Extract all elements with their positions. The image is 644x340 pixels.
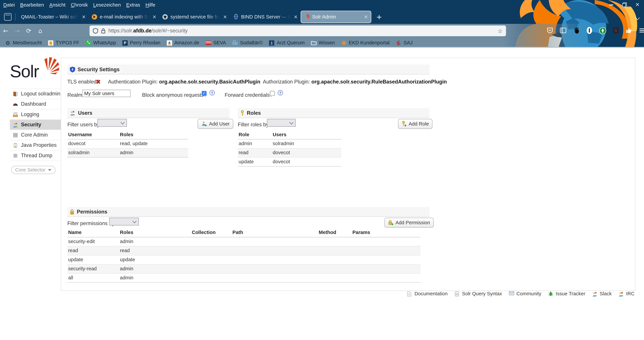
back-button[interactable]: ← xyxy=(0,27,12,35)
forward-credentials-checkbox[interactable] xyxy=(270,91,275,96)
tracking-shield-icon[interactable] xyxy=(93,28,98,34)
add-user-button[interactable]: Add User xyxy=(198,119,233,129)
tab-qmail-toaster[interactable]: QMAIL-Toaster – Wiki schlic × xyxy=(18,10,89,24)
svg-text:SB: SB xyxy=(232,41,238,46)
footer-link-documentation[interactable]: Documentation xyxy=(407,291,448,296)
h-extension-icon[interactable]: h xyxy=(612,27,619,34)
users-table-header: Username Roles xyxy=(68,131,188,139)
datadog-agent-icon[interactable] xyxy=(586,27,593,34)
new-tab-button[interactable]: + xyxy=(376,13,382,21)
bookmark-seva[interactable]: SEVA xyxy=(206,40,226,46)
restore-icon[interactable] xyxy=(622,2,627,7)
minimize-icon[interactable] xyxy=(608,2,614,7)
tab-close-icon[interactable]: × xyxy=(364,14,368,20)
close-window-icon[interactable]: × xyxy=(635,2,640,7)
url-text[interactable]: https://solr.afdb.de/solr/#/~security xyxy=(108,28,188,34)
bookmark-label: SAJ xyxy=(404,40,412,46)
bookmark-typo3[interactable]: TYPO3 FF xyxy=(48,40,79,46)
table-row[interactable]: adminsolradmin xyxy=(238,139,341,148)
tab-close-icon[interactable]: × xyxy=(82,14,86,20)
firefox-view-icon[interactable] xyxy=(4,13,12,20)
footer-link-label: Solr Query Syntax xyxy=(462,291,502,296)
solr-logo[interactable]: Solr xyxy=(10,58,58,81)
home-button[interactable]: ⌂ xyxy=(34,27,46,35)
layers-icon xyxy=(13,153,18,158)
add-permission-button[interactable]: Add Permission xyxy=(384,218,434,228)
table-row[interactable]: security-editadmin xyxy=(68,237,420,246)
bookmark-perry-rhodan[interactable]: P Perry Rhodan xyxy=(122,40,160,46)
tab-close-icon[interactable]: × xyxy=(223,14,227,20)
privacy-badger-icon[interactable] xyxy=(599,27,606,34)
table-row[interactable]: updateupdate xyxy=(68,256,420,265)
block-anonymous-checkbox[interactable]: ✓ xyxy=(202,91,206,96)
help-icon[interactable]: ? xyxy=(210,90,215,95)
sidebar-item-logout[interactable]: Logout solradmin xyxy=(10,89,61,99)
thumbs-up-icon[interactable] xyxy=(625,27,632,34)
menu-extras[interactable]: Extras xyxy=(126,2,140,8)
bookmark-sodabaer[interactable]: SB SodaBär© xyxy=(232,40,263,46)
gnome-foot-icon[interactable] xyxy=(572,27,580,34)
svg-text:P: P xyxy=(124,41,126,45)
reload-button[interactable]: ⟳ xyxy=(23,27,34,35)
url-bar[interactable]: https://solr.afdb.de/solr/#/~security ☆ xyxy=(90,26,506,36)
bookmark-meistbesucht[interactable]: ⚙ Meistbesucht xyxy=(5,40,42,46)
sidebar-item-dashboard[interactable]: Dashboard xyxy=(10,99,61,109)
table-row[interactable]: solradminadmin xyxy=(68,148,188,157)
tab-list-chevron-icon[interactable] xyxy=(636,14,641,19)
sidebar-item-security[interactable]: Security xyxy=(10,120,61,130)
bookmark-wissen[interactable]: Wissen xyxy=(311,40,335,46)
tab-solr-admin-active[interactable]: Solr Admin × xyxy=(301,11,371,23)
bookmark-star-icon[interactable]: ☆ xyxy=(498,28,503,34)
pocket-icon[interactable] xyxy=(546,27,554,34)
tab-systemd-service[interactable]: systemd service file for A × xyxy=(159,10,230,24)
table-row[interactable]: security-readadmin xyxy=(68,265,420,274)
permissions-table: Name Roles Collection Path Method Params… xyxy=(68,229,420,283)
tab-close-icon[interactable]: × xyxy=(152,14,156,20)
sidebar-item-java-properties[interactable]: Java Properties xyxy=(10,140,61,150)
table-row[interactable]: updatedovecot xyxy=(238,157,341,167)
lock-icon[interactable] xyxy=(101,28,106,34)
bookmark-saj[interactable]: SAJ xyxy=(396,40,412,46)
footer-link-query-syntax[interactable]: <> Solr Query Syntax xyxy=(455,291,502,296)
menu-bearbeiten[interactable]: Bearbeiten xyxy=(20,2,44,8)
menu-datei[interactable]: Datei xyxy=(3,2,15,8)
footer-link-community[interactable]: Community xyxy=(509,291,541,296)
section-title: Users xyxy=(78,110,92,116)
filter-permissions-select[interactable] xyxy=(109,218,139,226)
authz-plugin-value: org.apache.solr.security.RuleBasedAuthor… xyxy=(312,79,447,85)
tab-email-indexing[interactable]: e-mail indexing with Solr × xyxy=(89,10,159,24)
footer-link-slack[interactable]: Slack xyxy=(592,291,612,296)
core-selector-dropdown[interactable]: Core Selector xyxy=(11,166,55,174)
menu-lesezeichen[interactable]: Lesezeichen xyxy=(93,2,121,8)
forward-button[interactable]: → xyxy=(12,27,23,35)
footer-link-irc[interactable]: IRC xyxy=(619,291,634,296)
help-icon[interactable]: ? xyxy=(278,90,283,95)
sidebar-toggle-icon[interactable] xyxy=(560,27,567,34)
hamburger-menu-icon[interactable] xyxy=(638,27,644,34)
menu-ansicht[interactable]: Ansicht xyxy=(49,2,66,8)
add-role-button[interactable]: Add Role xyxy=(398,119,433,129)
bookmark-whatsapp[interactable]: WhatsApp xyxy=(86,40,116,46)
tab-close-icon[interactable]: × xyxy=(294,14,298,20)
bookmark-arzt-querum[interactable]: Arzt Querum xyxy=(269,40,305,46)
tab-bind-dns[interactable]: BIND DNS Server — Web × xyxy=(230,10,300,24)
shield-icon xyxy=(70,67,75,72)
menu-chronik[interactable]: Chronik xyxy=(71,2,88,8)
table-row[interactable]: readread xyxy=(68,246,420,256)
footer-link-issue-tracker[interactable]: Issue Tracker xyxy=(548,291,585,296)
table-row[interactable]: alladmin xyxy=(68,274,420,283)
table-row[interactable]: dovecotread, update xyxy=(68,139,188,148)
realm-input[interactable] xyxy=(82,90,131,97)
sidebar-item-thread-dump[interactable]: Thread Dump xyxy=(10,150,61,161)
bookmark-amazon[interactable]: a Amazon.de xyxy=(166,40,199,46)
sidebar-item-core-admin[interactable]: Core Admin xyxy=(10,130,61,140)
table-row[interactable]: readdovecot xyxy=(238,148,341,157)
bug-icon xyxy=(548,291,554,296)
bookmark-label: Meistbesucht xyxy=(13,40,42,46)
bookmark-ekd[interactable]: EKD Kundenportal xyxy=(341,40,390,46)
add-role-icon xyxy=(402,121,406,127)
filter-roles-select[interactable] xyxy=(267,119,296,127)
sidebar-item-logging[interactable]: Logging xyxy=(10,109,61,120)
menu-hilfe[interactable]: Hilfe xyxy=(146,2,156,8)
filter-users-select[interactable] xyxy=(97,119,127,127)
